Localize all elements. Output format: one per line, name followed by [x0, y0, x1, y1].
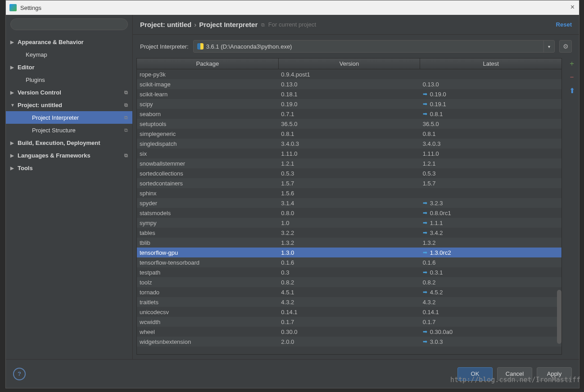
cell-latest: ➡0.8.1: [420, 111, 561, 117]
cell-package: tornado: [137, 289, 278, 296]
cell-version: 0.9.4.post1: [278, 71, 420, 78]
chevron-down-icon[interactable]: ▾: [543, 41, 554, 52]
table-row[interactable]: scikit-image0.13.00.13.0: [137, 79, 561, 89]
ok-button[interactable]: OK: [457, 367, 493, 381]
table-row[interactable]: sympy1.0➡1.1.1: [137, 218, 561, 228]
update-available-icon: ➡: [423, 111, 427, 117]
upgrade-package-button[interactable]: ⬆: [567, 86, 576, 95]
sidebar-item-editor[interactable]: ▶Editor: [6, 61, 132, 73]
app-icon: [9, 4, 17, 11]
gear-icon: ⚙: [563, 43, 569, 50]
cell-package: scipy: [137, 101, 278, 108]
cell-package: six: [137, 150, 278, 157]
table-row[interactable]: rope-py3k0.9.4.post1: [137, 69, 561, 79]
cell-latest: ➡3.0.3: [420, 338, 561, 345]
sidebar-item-label: Languages & Frameworks: [18, 152, 91, 159]
table-row[interactable]: scipy0.19.0➡0.19.1: [137, 99, 561, 109]
sidebar-item-project-untitled[interactable]: ▼Project: untitled⧉: [6, 99, 132, 111]
chevron-right-icon: ▶: [10, 65, 14, 70]
apply-button[interactable]: Apply: [537, 367, 572, 381]
cell-package: tensorflow-gpu: [137, 249, 278, 256]
update-available-icon: ➡: [423, 329, 427, 335]
table-row[interactable]: seaborn0.7.1➡0.8.1: [137, 109, 561, 119]
sidebar-item-label: Editor: [18, 64, 35, 71]
th-package[interactable]: Package: [137, 59, 279, 69]
dialog-body: ⌕ ▶Appearance & BehaviorKeymap▶EditorPlu…: [6, 15, 579, 359]
table-body[interactable]: rope-py3k0.9.4.post1scikit-image0.13.00.…: [137, 69, 561, 354]
remove-package-button[interactable]: －: [567, 72, 576, 81]
table-row[interactable]: tblib1.3.21.3.2: [137, 238, 561, 248]
breadcrumb: Project: untitled › Project Interpreter …: [133, 15, 579, 35]
th-version[interactable]: Version: [279, 59, 421, 69]
cell-latest: 0.5.3: [420, 170, 561, 177]
cell-latest: 1.11.0: [420, 150, 561, 157]
sidebar-item-languages-frameworks[interactable]: ▶Languages & Frameworks⧉: [6, 149, 132, 162]
table-row[interactable]: tensorflow-tensorboard0.1.60.1.6: [137, 257, 561, 267]
packages-area: Package Version Latest rope-py3k0.9.4.po…: [133, 58, 579, 359]
sidebar-item-plugins[interactable]: Plugins: [6, 73, 132, 86]
sidebar-item-appearance-behavior[interactable]: ▶Appearance & Behavior: [6, 36, 132, 48]
table-row[interactable]: sphinx1.5.6: [137, 188, 561, 198]
cell-package: sympy: [137, 220, 278, 226]
table-row[interactable]: spyder3.1.4➡3.2.3: [137, 198, 561, 208]
add-package-button[interactable]: ＋: [567, 59, 576, 68]
table-row[interactable]: snowballstemmer1.2.11.2.1: [137, 158, 561, 168]
table-row[interactable]: six1.11.01.11.0: [137, 149, 561, 158]
table-row[interactable]: tensorflow-gpu1.3.0➡1.3.0rc2: [137, 248, 561, 257]
close-icon[interactable]: ×: [570, 3, 575, 11]
table-row[interactable]: scikit-learn0.18.1➡0.19.0: [137, 89, 561, 99]
cell-version: 0.7.1: [278, 111, 420, 117]
scrollbar[interactable]: [557, 290, 561, 344]
table-row[interactable]: widgetsnbextension2.0.0➡3.0.3: [137, 337, 561, 347]
sidebar-item-project-interpreter[interactable]: Project Interpreter⧉: [6, 111, 132, 124]
cell-version: 0.13.0: [278, 81, 420, 88]
cell-version: 0.18.1: [278, 91, 420, 98]
sidebar-item-label: Project Interpreter: [32, 114, 79, 121]
cell-package: scikit-learn: [137, 91, 278, 98]
table-row[interactable]: setuptools36.5.036.5.0: [137, 119, 561, 129]
table-row[interactable]: sortedcontainers1.5.71.5.7: [137, 178, 561, 188]
table-row[interactable]: wheel0.30.0➡0.30.0a0: [137, 327, 561, 337]
cell-version: 4.5.1: [278, 289, 420, 296]
table-row[interactable]: traitlets4.3.24.3.2: [137, 297, 561, 307]
table-row[interactable]: sortedcollections0.5.30.5.3: [137, 168, 561, 178]
table-row[interactable]: singledispatch3.4.0.33.4.0.3: [137, 139, 561, 149]
table-row[interactable]: wcwidth0.1.70.1.7: [137, 317, 561, 327]
cell-version: 3.4.0.3: [278, 140, 420, 147]
search-input[interactable]: [10, 18, 128, 30]
table-row[interactable]: tornado4.5.1➡4.5.2: [137, 287, 561, 297]
table-row[interactable]: simplegeneric0.8.10.8.1: [137, 129, 561, 139]
cell-latest: ➡0.19.0: [420, 91, 561, 98]
interpreter-select[interactable]: 3.6.1 (D:\Anaconda3\python.exe) ▾: [193, 40, 555, 53]
cell-package: sortedcontainers: [137, 180, 278, 187]
dialog-footer: ? OK Cancel Apply: [6, 359, 579, 388]
cell-package: scikit-image: [137, 81, 278, 88]
cell-latest: ➡1.3.0rc2: [420, 249, 561, 256]
sidebar-item-build-execution-deployment[interactable]: ▶Build, Execution, Deployment: [6, 136, 132, 149]
gear-button[interactable]: ⚙: [559, 40, 572, 53]
table-row[interactable]: statsmodels0.8.0➡0.8.0rc1: [137, 208, 561, 218]
chevron-right-icon: ▶: [10, 40, 14, 45]
cell-package: traitlets: [137, 299, 278, 306]
sidebar-item-label: Project Structure: [32, 127, 76, 134]
help-button[interactable]: ?: [13, 368, 26, 380]
cell-latest: 1.2.1: [420, 160, 561, 167]
table-row[interactable]: tables3.2.2➡3.4.2: [137, 228, 561, 238]
cell-latest: ➡0.8.0rc1: [420, 210, 561, 216]
cell-version: 1.2.1: [278, 160, 420, 167]
reset-link[interactable]: Reset: [556, 21, 572, 28]
cell-latest: ➡0.3.1: [420, 269, 561, 276]
th-latest[interactable]: Latest: [420, 59, 561, 69]
table-row[interactable]: unicodecsv0.14.10.14.1: [137, 307, 561, 317]
cancel-button[interactable]: Cancel: [497, 367, 532, 381]
sidebar-item-version-control[interactable]: ▶Version Control⧉: [6, 86, 132, 99]
sidebar-item-tools[interactable]: ▶Tools: [6, 162, 132, 174]
sidebar-item-label: Tools: [18, 165, 33, 171]
cell-package: widgetsnbextension: [137, 338, 278, 345]
table-row[interactable]: toolz0.8.20.8.2: [137, 277, 561, 287]
sidebar-item-label: Version Control: [18, 89, 61, 96]
table-row[interactable]: testpath0.3➡0.3.1: [137, 267, 561, 277]
cell-package: testpath: [137, 269, 278, 276]
sidebar-item-keymap[interactable]: Keymap: [6, 48, 132, 61]
sidebar-item-project-structure[interactable]: Project Structure⧉: [6, 124, 132, 136]
